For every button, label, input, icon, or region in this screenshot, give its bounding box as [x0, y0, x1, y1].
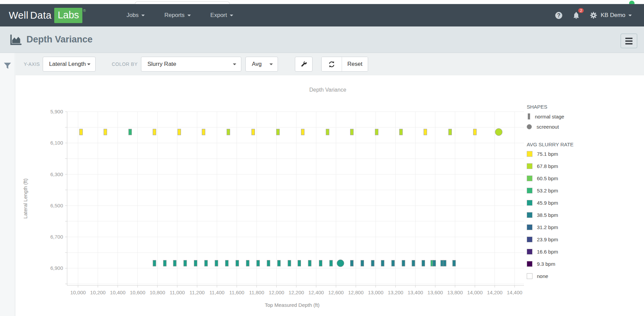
stage-point[interactable]	[178, 129, 181, 135]
chart-menu-button[interactable]	[621, 34, 637, 48]
legend-color-swatch	[527, 224, 532, 230]
chart-settings-button[interactable]	[295, 57, 313, 72]
stage-point[interactable]	[474, 129, 477, 135]
question-circle-icon: ?	[555, 11, 563, 20]
stage-point[interactable]	[246, 260, 249, 266]
main-menu: Jobs Reports Export	[126, 12, 233, 19]
chevron-down-icon	[87, 63, 90, 65]
svg-text:14,400: 14,400	[507, 290, 522, 295]
legend-color-swatch	[527, 188, 532, 193]
refresh-button[interactable]	[322, 57, 342, 71]
y-axis-select[interactable]: Lateral Length	[43, 57, 96, 72]
stage-point[interactable]	[215, 260, 218, 266]
legend-color-swatch	[527, 175, 532, 181]
chevron-down-icon	[230, 15, 233, 16]
stage-point[interactable]	[194, 260, 197, 266]
color-by-select[interactable]: Slurry Rate	[141, 57, 241, 72]
reset-button[interactable]: Reset	[342, 57, 368, 71]
stage-point[interactable]	[326, 129, 329, 135]
svg-text:10,600: 10,600	[130, 290, 145, 295]
stage-point[interactable]	[452, 260, 456, 266]
legend-color-label: 23.9 bpm	[537, 237, 558, 242]
stage-point[interactable]	[163, 260, 166, 266]
stage-point[interactable]	[128, 129, 132, 135]
top-navbar: Well Data Labs ® Jobs Reports Export ?	[0, 4, 644, 26]
stage-point[interactable]	[277, 260, 280, 266]
stage-point[interactable]	[402, 260, 405, 266]
stage-point[interactable]	[153, 260, 156, 266]
chevron-down-icon	[628, 15, 632, 16]
stage-point[interactable]	[375, 129, 378, 135]
legend-shape-item: normal stage	[527, 113, 639, 119]
stage-point[interactable]	[251, 129, 255, 135]
stage-point[interactable]	[104, 129, 107, 135]
stage-point[interactable]	[412, 260, 415, 266]
stage-point[interactable]	[153, 129, 156, 135]
legend-bar-icon	[528, 113, 530, 119]
stage-point[interactable]	[381, 260, 384, 266]
stage-point[interactable]	[391, 260, 395, 266]
welldatalabs-logo[interactable]: Well Data Labs ®	[9, 8, 86, 23]
stage-point[interactable]	[204, 260, 207, 266]
chevron-down-icon	[233, 63, 236, 65]
stage-point[interactable]	[371, 260, 374, 266]
stage-point[interactable]	[400, 129, 403, 135]
stage-point[interactable]	[448, 129, 451, 135]
menu-export[interactable]: Export	[210, 12, 233, 19]
legend-color-item: 31.2 bpm	[527, 224, 639, 230]
stage-point[interactable]	[301, 129, 304, 135]
svg-text:10,000: 10,000	[70, 290, 86, 295]
stage-point[interactable]	[236, 260, 239, 266]
stage-point[interactable]	[227, 129, 230, 135]
svg-text:Lateral Length (ft): Lateral Length (ft)	[22, 179, 28, 219]
account-menu[interactable]: KB Demo	[589, 11, 632, 19]
stage-point-screenout[interactable]	[495, 128, 502, 135]
svg-text:11,600: 11,600	[229, 290, 244, 295]
stage-point[interactable]	[319, 260, 322, 266]
stage-point[interactable]	[184, 260, 187, 266]
svg-text:13,800: 13,800	[447, 290, 463, 295]
chart-area: 5,9006,1006,3006,5006,7006,90010,00010,2…	[16, 75, 644, 316]
page-header: Depth Variance	[0, 26, 644, 53]
help-button[interactable]: ?	[554, 11, 563, 20]
stage-point[interactable]	[422, 260, 425, 266]
logo-text-well: Well	[9, 10, 28, 21]
svg-text:6,900: 6,900	[50, 265, 63, 271]
aggregation-select[interactable]: Avg	[245, 57, 278, 72]
stage-point[interactable]	[267, 260, 270, 266]
stage-point[interactable]	[361, 260, 364, 266]
legend-color-label: 45.9 bpm	[537, 200, 558, 206]
stage-point[interactable]	[202, 129, 205, 135]
stage-point[interactable]	[308, 260, 311, 266]
svg-text:10,400: 10,400	[110, 290, 125, 295]
stage-point[interactable]	[288, 260, 291, 266]
stage-point[interactable]	[433, 260, 436, 266]
menu-reports[interactable]: Reports	[164, 12, 191, 19]
svg-text:6,300: 6,300	[50, 171, 63, 177]
stage-point[interactable]	[350, 260, 354, 266]
legend-color-item: 23.9 bpm	[527, 237, 639, 242]
stage-point[interactable]	[225, 260, 228, 266]
stage-point[interactable]	[173, 260, 176, 266]
logo-text-labs: Labs	[54, 8, 82, 23]
stage-point[interactable]	[443, 260, 446, 266]
legend-shape-label: normal stage	[535, 114, 564, 119]
svg-text:Top Measured Depth (ft): Top Measured Depth (ft)	[265, 302, 320, 308]
stage-point[interactable]	[257, 260, 260, 266]
stage-point[interactable]	[79, 129, 82, 135]
stage-point[interactable]	[350, 129, 354, 135]
reset-button-label: Reset	[347, 61, 362, 68]
stage-point[interactable]	[298, 260, 301, 266]
stage-point-screenout[interactable]	[337, 260, 344, 267]
svg-text:?: ?	[557, 12, 560, 18]
stage-point[interactable]	[329, 260, 333, 266]
svg-text:12,600: 12,600	[328, 290, 344, 295]
stage-point[interactable]	[424, 129, 427, 135]
filter-funnel-icon[interactable]	[3, 62, 12, 70]
svg-text:13,400: 13,400	[408, 290, 423, 295]
notifications-button[interactable]: 2	[572, 11, 581, 20]
stage-point[interactable]	[277, 129, 280, 135]
menu-jobs[interactable]: Jobs	[126, 12, 145, 19]
chart-toolbar: Y-AXIS Lateral Length COLOR BY Slurry Ra…	[16, 53, 644, 75]
menu-export-label: Export	[210, 12, 227, 19]
